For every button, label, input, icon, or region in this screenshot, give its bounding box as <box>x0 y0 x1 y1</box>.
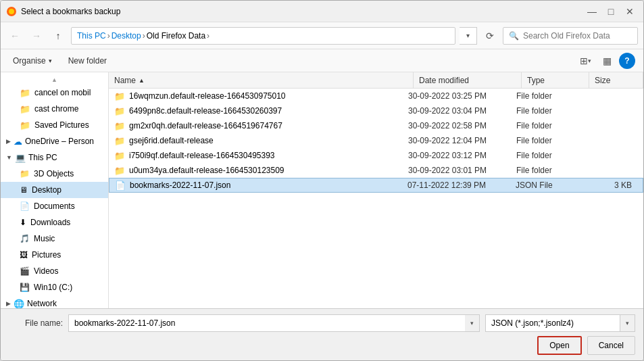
column-header-type[interactable]: Type <box>522 72 589 88</box>
table-row[interactable]: 📁 i750i9qf.default-release-1664530495393… <box>109 148 643 163</box>
new-folder-button[interactable]: New folder <box>64 52 111 70</box>
sidebar-item-label: Win10 (C:) <box>34 283 72 292</box>
column-header-date[interactable]: Date modified <box>414 72 522 88</box>
sidebar-item-pictures[interactable]: 🖼 Pictures <box>1 247 108 263</box>
sidebar-item-saved-pictures[interactable]: 📁 Saved Pictures <box>1 117 108 133</box>
sidebar-item-label: cancel on mobil <box>34 88 91 97</box>
up-button[interactable]: ↑ <box>49 27 67 45</box>
column-header-name[interactable]: Name ▲ <box>109 72 414 88</box>
filetype-select[interactable]: JSON (*.json;*.jsonlz4) <box>485 314 620 332</box>
organise-label: Organise <box>13 56 46 66</box>
organise-dropdown-icon: ▾ <box>49 57 52 64</box>
search-input[interactable] <box>523 31 632 41</box>
drive-icon: 💾 <box>20 283 30 292</box>
close-button[interactable]: ✕ <box>622 3 638 20</box>
expand-icon: ▶ <box>6 300 11 307</box>
folder-icon: 📁 <box>114 166 125 176</box>
file-date-cell: 30-09-2022 12:04 PM <box>408 136 516 145</box>
file-list-header: Name ▲ Date modified Type Size <box>109 72 643 89</box>
view-grid-icon: ⊞ <box>580 55 588 66</box>
firefox-icon <box>6 6 17 17</box>
file-name-text: 16wqmzun.default-release-1664530975010 <box>129 91 286 101</box>
breadcrumb-this-pc[interactable]: This PC <box>77 31 106 41</box>
column-header-size[interactable]: Size <box>589 72 643 88</box>
file-type-cell: File folder <box>516 151 584 160</box>
bottom-bar: File name: ▾ JSON (*.json;*.jsonlz4) ▾ O… <box>1 308 643 360</box>
help-button[interactable]: ? <box>619 53 635 69</box>
file-type-cell: JSON File <box>516 180 583 190</box>
file-name-cell: 📄 bookmarks-2022-11-07.json <box>115 180 407 191</box>
sidebar-item-downloads[interactable]: ⬇ Downloads <box>1 214 108 231</box>
sidebar-item-network[interactable]: ▶ 🌐 Network <box>1 295 108 308</box>
breadcrumb-dropdown-button[interactable]: ▾ <box>460 27 477 45</box>
svg-point-1 <box>9 9 14 14</box>
sidebar-item-documents[interactable]: 📄 Documents <box>1 198 108 214</box>
file-name-cell: 📁 i750i9qf.default-release-1664530495393 <box>114 151 408 161</box>
table-row[interactable]: 📁 u0um34ya.default-release-1664530123509… <box>109 163 643 178</box>
sidebar-item-onedrive[interactable]: ▶ ☁ OneDrive – Person <box>1 133 108 149</box>
open-button[interactable]: Open <box>537 336 581 355</box>
folder-icon: 📁 <box>20 104 30 114</box>
file-name-cell: 📁 6499pn8c.default-release-1664530260397 <box>114 106 408 116</box>
folder-icon: 📁 <box>20 120 30 130</box>
documents-icon: 📄 <box>20 201 30 211</box>
sidebar-item-label: OneDrive – Person <box>25 137 94 146</box>
file-name-cell: 📁 u0um34ya.default-release-1664530123509 <box>114 166 408 176</box>
folder-icon: 📁 <box>114 136 125 146</box>
dialog-window: Select a bookmarks backup — □ ✕ ← → ↑ Th… <box>0 0 644 361</box>
table-row[interactable]: 📁 6499pn8c.default-release-1664530260397… <box>109 103 643 118</box>
forward-button[interactable]: → <box>28 27 45 45</box>
table-row[interactable]: 📁 16wqmzun.default-release-1664530975010… <box>109 89 643 103</box>
file-name-text: i750i9qf.default-release-1664530495393 <box>129 151 275 160</box>
minimize-button[interactable]: — <box>584 3 600 20</box>
table-row[interactable]: 📁 gm2xr0qh.default-release-1664519674767… <box>109 118 643 133</box>
sidebar-item-music[interactable]: 🎵 Music <box>1 231 108 247</box>
table-row[interactable]: 📁 gsej6rid.default-release 30-09-2022 12… <box>109 133 643 148</box>
sidebar-item-label: Downloads <box>30 218 70 227</box>
breadcrumb-desktop[interactable]: Desktop <box>112 31 141 41</box>
cancel-button[interactable]: Cancel <box>587 336 635 355</box>
sidebar-item-desktop[interactable]: 🖥 Desktop <box>1 182 108 198</box>
organise-button[interactable]: Organise ▾ <box>9 52 56 70</box>
file-type-cell: File folder <box>516 106 584 116</box>
folder-icon: 📁 <box>114 106 125 116</box>
back-button[interactable]: ← <box>6 27 24 45</box>
folder-icon: 📁 <box>20 169 30 178</box>
toolbar-right: ⊞ ▾ ▦ ? <box>576 52 635 70</box>
maximize-button[interactable]: □ <box>603 3 619 20</box>
search-icon: 🔍 <box>509 31 519 41</box>
file-date-cell: 30-09-2022 03:25 PM <box>408 91 516 101</box>
filetype-dropdown-button[interactable]: ▾ <box>620 314 635 332</box>
table-row[interactable]: 📄 bookmarks-2022-11-07.json 07-11-2022 1… <box>109 178 643 193</box>
filetype-value: JSON (*.json;*.jsonlz4) <box>491 318 574 328</box>
sidebar-item-this-pc[interactable]: ▼ 💻 This PC <box>1 149 108 166</box>
expand-icon: ▶ <box>6 138 11 145</box>
file-name-text: u0um34ya.default-release-1664530123509 <box>129 166 284 175</box>
filename-dropdown-button[interactable]: ▾ <box>465 314 480 332</box>
file-date-cell: 30-09-2022 02:58 PM <box>408 121 516 130</box>
folder-icon: 📁 <box>114 151 125 161</box>
preview-pane-button[interactable]: ▦ <box>597 52 616 70</box>
file-name-cell: 📁 gm2xr0qh.default-release-1664519674767 <box>114 121 408 131</box>
view-options-button[interactable]: ⊞ ▾ <box>576 52 595 70</box>
refresh-button[interactable]: ⟳ <box>481 27 499 45</box>
filetype-selector: JSON (*.json;*.jsonlz4) ▾ <box>485 314 635 332</box>
sidebar-item-cancel-on-mobil[interactable]: 📁 cancel on mobil <box>1 85 108 101</box>
file-name-cell: 📁 gsej6rid.default-release <box>114 136 408 146</box>
pane-icon: ▦ <box>603 55 612 66</box>
file-icon: 📄 <box>115 180 126 191</box>
file-type-cell: File folder <box>516 121 584 130</box>
breadcrumb: This PC › Desktop › Old Firefox Data › <box>71 27 455 45</box>
desktop-icon: 🖥 <box>20 185 28 195</box>
breadcrumb-old-firefox-data: Old Firefox Data <box>147 31 205 41</box>
file-type-cell: File folder <box>516 166 584 175</box>
sidebar-item-videos[interactable]: 🎬 Videos <box>1 263 108 279</box>
sidebar-item-label: Music <box>34 234 55 243</box>
file-date-cell: 30-09-2022 03:01 PM <box>408 166 516 175</box>
sidebar-item-cast-chrome[interactable]: 📁 cast chrome <box>1 101 108 117</box>
filename-input[interactable] <box>68 314 480 332</box>
sidebar-item-3d-objects[interactable]: 📁 3D Objects <box>1 166 108 182</box>
file-name-text: bookmarks-2022-11-07.json <box>130 180 230 190</box>
sidebar-item-win10[interactable]: 💾 Win10 (C:) <box>1 279 108 295</box>
column-name-label: Name <box>114 76 136 85</box>
